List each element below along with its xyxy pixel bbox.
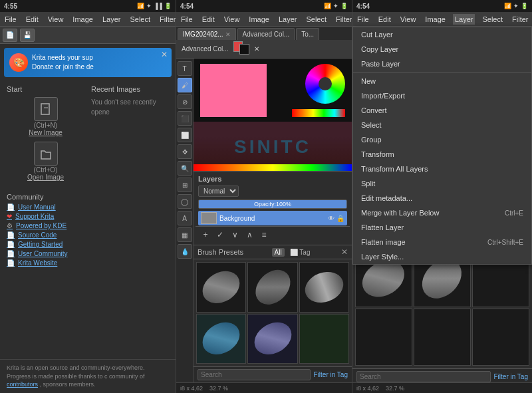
- link-user-community[interactable]: 📄 User Community: [7, 250, 169, 257]
- p3-brush-item-4[interactable]: [355, 309, 412, 366]
- menu-select-2[interactable]: Select: [304, 14, 329, 25]
- p3-filter-tag-btn[interactable]: Filter in Tag: [493, 373, 528, 380]
- menu-transform[interactable]: Transform: [353, 147, 531, 162]
- link-support-krita[interactable]: ❤ Support Krita: [7, 213, 169, 220]
- menu-merge-below[interactable]: Merge with Layer Below Ctrl+E: [353, 205, 531, 220]
- brush-panel-close[interactable]: ✕: [341, 247, 348, 257]
- menu-layer-3[interactable]: Layer: [453, 14, 475, 25]
- brush-item-1[interactable]: [196, 262, 246, 312]
- menu-import-export[interactable]: Import/Export: [353, 88, 531, 103]
- tab-img[interactable]: IMG202402... ✕: [178, 28, 236, 40]
- open-image-item[interactable]: (Ctrl+O) Open Image: [7, 142, 84, 181]
- layer-lock-icon[interactable]: 🔒: [336, 215, 344, 222]
- contributors-link[interactable]: contributors: [7, 381, 38, 388]
- menu-flatten-layer[interactable]: Flatten Layer: [353, 220, 531, 235]
- menu-image-1[interactable]: Image: [70, 14, 95, 25]
- menu-view-2[interactable]: View: [222, 14, 242, 25]
- brush-tool[interactable]: 🖌: [178, 78, 192, 92]
- menu-group[interactable]: Group: [353, 132, 531, 147]
- canvas-area[interactable]: SINITC: [194, 59, 352, 171]
- p3-brush-search-input[interactable]: [356, 371, 491, 382]
- tab-advanced-col[interactable]: Advanced Col...: [237, 28, 295, 40]
- select-tool[interactable]: ⬜: [178, 128, 192, 142]
- menu-new[interactable]: New: [353, 72, 531, 88]
- brush-item-4[interactable]: [196, 314, 246, 364]
- check-layer-btn[interactable]: ✓: [214, 229, 226, 241]
- menu-edit-metadata[interactable]: Edit metadata...: [353, 191, 531, 205]
- menu-select-1[interactable]: Select: [128, 14, 152, 25]
- menu-filter-1[interactable]: Filter: [158, 14, 176, 25]
- menu-split[interactable]: Split: [353, 176, 531, 191]
- background-color[interactable]: [239, 44, 249, 55]
- menu-layer-2[interactable]: Layer: [277, 14, 299, 25]
- brush-search-input[interactable]: [198, 369, 311, 380]
- paint-tool[interactable]: T: [178, 61, 192, 76]
- link-user-manual[interactable]: 📄 User Manual: [7, 203, 169, 211]
- menu-select[interactable]: Select: [353, 118, 531, 132]
- menu-edit-2[interactable]: Edit: [200, 14, 217, 25]
- menu-edit-3[interactable]: Edit: [376, 14, 393, 25]
- brush-item-6[interactable]: [299, 314, 349, 364]
- link-krita-website[interactable]: 📄 Krita Website: [7, 259, 169, 267]
- brush-tab-all[interactable]: All: [272, 248, 285, 257]
- menu-layer-1[interactable]: Layer: [100, 14, 123, 25]
- menu-cut-layer[interactable]: Cut Layer: [353, 27, 531, 42]
- brush-item-3[interactable]: [299, 262, 349, 312]
- brush-item-5[interactable]: [247, 314, 297, 364]
- filter-tag-btn[interactable]: Filter in Tag: [313, 371, 348, 378]
- new-btn[interactable]: 📄: [3, 29, 17, 42]
- panel-close-btn[interactable]: ✕: [251, 44, 262, 54]
- menu-select-3[interactable]: Select: [480, 14, 505, 25]
- down-layer-btn[interactable]: ∨: [229, 229, 241, 241]
- advanced-col-tab[interactable]: Advanced Col...: [179, 44, 231, 54]
- up-layer-btn[interactable]: ∧: [243, 229, 255, 241]
- link-powered-kde[interactable]: ⚙ Powered by KDE: [7, 222, 169, 229]
- banner-close[interactable]: ✕: [161, 50, 168, 59]
- p3-brush-item-5[interactable]: [414, 309, 471, 366]
- menu-file-3[interactable]: File: [355, 14, 371, 25]
- shape-tool[interactable]: ◯: [178, 194, 192, 209]
- add-layer-btn[interactable]: +: [200, 229, 211, 241]
- text-tool[interactable]: A: [178, 211, 192, 225]
- new-image-label[interactable]: New Image: [29, 129, 63, 136]
- tab-img-close[interactable]: ✕: [225, 31, 231, 38]
- open-image-label[interactable]: Open Image: [27, 174, 64, 181]
- menu-view-1[interactable]: View: [46, 14, 66, 25]
- brush-tab-tag[interactable]: ⬜ Tag: [287, 248, 313, 257]
- svg-rect-0: [41, 104, 49, 114]
- opacity-bar[interactable]: Opacity: 100%: [198, 199, 347, 209]
- crop-tool[interactable]: ⊞: [178, 178, 192, 192]
- link-getting-started[interactable]: 📄 Getting Started: [7, 241, 169, 248]
- gradient-tool[interactable]: ▦: [178, 227, 192, 242]
- color-swap-widget[interactable]: [233, 41, 249, 57]
- menu-flatten-image[interactable]: Flatten image Ctrl+Shift+E: [353, 235, 531, 249]
- menu-filter-3[interactable]: Filter: [510, 14, 530, 25]
- eraser-tool[interactable]: ⊘: [178, 94, 192, 109]
- layer-visibility-icon[interactable]: 👁: [328, 215, 334, 222]
- new-image-item[interactable]: (Ctrl+N) New Image: [7, 97, 84, 136]
- save-btn[interactable]: 💾: [20, 29, 35, 42]
- menu-paste-layer[interactable]: Paste Layer: [353, 57, 531, 71]
- menu-view-3[interactable]: View: [398, 14, 418, 25]
- menu-filter-2[interactable]: Filter: [334, 14, 352, 25]
- blend-mode-select[interactable]: Normal: [198, 186, 239, 197]
- menu-layer-btn[interactable]: ≡: [258, 229, 270, 241]
- zoom-tool[interactable]: 🔍: [178, 161, 192, 176]
- background-layer[interactable]: Background 👁 🔒: [198, 211, 347, 225]
- p3-brush-item-6[interactable]: [472, 309, 529, 366]
- menu-file-2[interactable]: File: [179, 14, 195, 25]
- link-source-code[interactable]: 📄 Source Code: [7, 231, 169, 239]
- move-tool[interactable]: ✥: [178, 144, 192, 159]
- menu-copy-layer[interactable]: Copy Layer: [353, 42, 531, 57]
- menu-layer-style[interactable]: Layer Style...: [353, 249, 531, 264]
- fill-tool[interactable]: ⬛: [178, 111, 192, 126]
- menu-transform-all[interactable]: Transform All Layers: [353, 162, 531, 176]
- menu-image-2[interactable]: Image: [247, 14, 271, 25]
- menu-image-3[interactable]: Image: [423, 14, 448, 25]
- color-picker-tool[interactable]: 💧: [178, 244, 192, 259]
- tab-to[interactable]: To...: [296, 28, 319, 40]
- menu-file-1[interactable]: File: [3, 14, 19, 25]
- menu-edit-1[interactable]: Edit: [24, 14, 41, 25]
- brush-item-2[interactable]: [247, 262, 297, 312]
- menu-convert[interactable]: Convert: [353, 103, 531, 118]
